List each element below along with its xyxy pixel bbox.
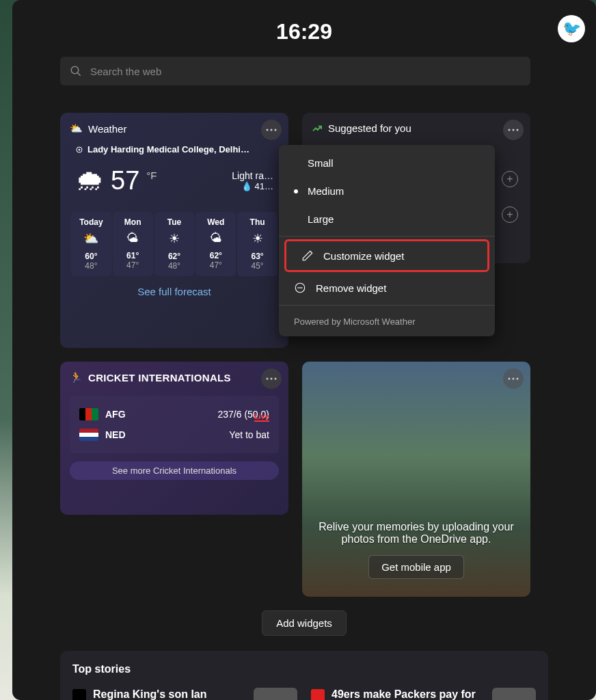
svg-point-8 (513, 129, 515, 131)
menu-remove-widget[interactable]: Remove widget (279, 273, 495, 302)
current-weather: 🌧 57 °F Light ra… 💧 41… (70, 160, 279, 201)
header: 16:29 🐦 (60, 0, 548, 57)
menu-size-medium[interactable]: Medium (279, 177, 495, 205)
cricket-header: 🏃 CRICKET INTERNATIONALS (70, 371, 279, 383)
svg-point-11 (271, 378, 273, 380)
svg-point-0 (71, 66, 79, 74)
flag-ned-icon (79, 429, 98, 441)
hi-temp: 60° (72, 252, 110, 261)
story-image (492, 688, 536, 700)
forecast-icon: 🌤 (114, 231, 152, 245)
top-stories-title: Top stories (72, 663, 536, 675)
menu-divider (279, 236, 495, 237)
forecast-icon: ☀ (156, 231, 193, 246)
weather-more-button[interactable] (261, 120, 282, 140)
photos-text: Relive your memories by uploading your p… (302, 521, 530, 555)
full-forecast-link[interactable]: See full forecast (70, 286, 279, 297)
forecast-day[interactable]: Wed🌤62°47° (195, 212, 236, 276)
svg-point-15 (517, 378, 519, 380)
more-icon (508, 129, 519, 131)
cricket-widget[interactable]: 🏃 CRICKET INTERNATIONALS Live AFG 237/6 … (60, 362, 288, 515)
photos-widget[interactable]: Relive your memories by uploading your p… (302, 362, 530, 597)
match-box[interactable]: Live AFG 237/6 (50.0) NED Yet to bat (70, 396, 279, 453)
forecast-day[interactable]: Today⛅60°48° (71, 212, 111, 276)
svg-point-4 (275, 129, 277, 131)
condition-text: Light ra… (232, 170, 273, 181)
menu-customize-widget[interactable]: Customize widget (284, 239, 489, 272)
lo-temp: 45° (239, 261, 276, 271)
story-title: Regina King's son Ian Alexander Jr. has … (93, 688, 247, 700)
story-body: 49ers make Packers pay for special teams… (331, 688, 485, 700)
running-icon: 🏃 (70, 371, 83, 383)
svg-point-13 (509, 378, 511, 380)
add-icon[interactable]: + (502, 206, 518, 223)
team-row-ned: NED Yet to bat (79, 425, 269, 445)
trend-up-icon (312, 123, 323, 134)
svg-point-3 (271, 129, 273, 131)
hi-temp: 61° (114, 251, 152, 260)
story-title: 49ers make Packers pay for special teams… (331, 688, 485, 700)
condition-block: Light ra… 💧 41… (232, 170, 273, 191)
forecast-day[interactable]: Mon🌤61°47° (113, 212, 153, 276)
widgets-panel: 16:29 🐦 ⛅ Weather Lady Harding Medical C… (12, 0, 596, 700)
weather-widget[interactable]: ⛅ Weather Lady Harding Medical College, … (60, 113, 288, 348)
more-icon (266, 377, 277, 380)
day-name: Wed (197, 217, 234, 227)
cricket-more-button[interactable] (261, 368, 282, 389)
cricket-see-more-button[interactable]: See more Cricket Internationals (70, 461, 279, 480)
day-name: Tue (156, 217, 193, 227)
menu-customize-label: Customize widget (323, 250, 404, 262)
day-name: Mon (114, 217, 152, 227)
user-avatar[interactable]: 🐦 (558, 15, 585, 42)
more-icon (266, 129, 277, 131)
search-bar[interactable] (60, 57, 530, 85)
add-icon[interactable]: + (502, 171, 518, 187)
story-item[interactable]: Regina King's son Ian Alexander Jr. has … (72, 688, 297, 700)
menu-remove-label: Remove widget (316, 282, 386, 294)
forecast-row: Today⛅60°48°Mon🌤61°47°Tue☀62°48°Wed🌤62°4… (70, 212, 279, 276)
cricket-title: CRICKET INTERNATIONALS (88, 372, 231, 383)
remove-icon (294, 282, 306, 294)
forecast-day[interactable]: Thu☀63°45° (237, 212, 277, 276)
svg-point-2 (267, 129, 269, 131)
location-icon (75, 146, 83, 154)
search-input[interactable] (90, 66, 521, 77)
story-grid: Regina King's son Ian Alexander Jr. has … (72, 688, 536, 700)
forecast-icon: ☀ (239, 231, 276, 246)
team-score: Yet to bat (229, 429, 269, 440)
droplet-icon: 💧 (241, 181, 252, 191)
weather-title: Weather (88, 123, 126, 135)
lo-temp: 47° (114, 260, 152, 270)
suggested-title: Suggested for you (328, 122, 411, 134)
live-badge: Live (254, 412, 269, 422)
story-item[interactable]: 49ers make Packers pay for special teams… (311, 688, 536, 700)
svg-point-9 (517, 129, 519, 131)
get-mobile-app-button[interactable]: Get mobile app (368, 555, 464, 579)
top-stories-section: Top stories Regina King's son Ian Alexan… (60, 651, 548, 700)
lo-temp: 48° (72, 261, 110, 271)
lo-temp: 48° (156, 261, 193, 271)
more-icon (508, 377, 519, 380)
rain-icon: 🌧 (75, 164, 104, 197)
clock: 16:29 (276, 19, 332, 44)
weather-location[interactable]: Lady Harding Medical College, Delhi… (70, 142, 279, 160)
svg-line-1 (77, 72, 81, 76)
menu-size-large[interactable]: Large (279, 205, 495, 233)
temp-unit: °F (146, 170, 157, 181)
add-widgets-button[interactable]: Add widgets (262, 610, 347, 636)
location-text: Lady Harding Medical College, Delhi… (87, 144, 249, 154)
forecast-day[interactable]: Tue☀62°48° (154, 212, 195, 276)
menu-divider (279, 305, 495, 306)
weather-partly-icon: ⛅ (70, 122, 83, 135)
source-icon (72, 689, 86, 700)
day-name: Thu (239, 217, 276, 227)
story-image (254, 688, 297, 700)
suggested-more-button[interactable] (503, 120, 524, 140)
menu-size-small[interactable]: Small (279, 149, 495, 177)
photos-more-button[interactable] (503, 368, 524, 389)
team-code: NED (105, 429, 133, 440)
search-icon (70, 65, 82, 77)
forecast-icon: 🌤 (197, 231, 234, 245)
flag-afg-icon (79, 408, 98, 420)
suggested-header: Suggested for you (312, 122, 521, 134)
